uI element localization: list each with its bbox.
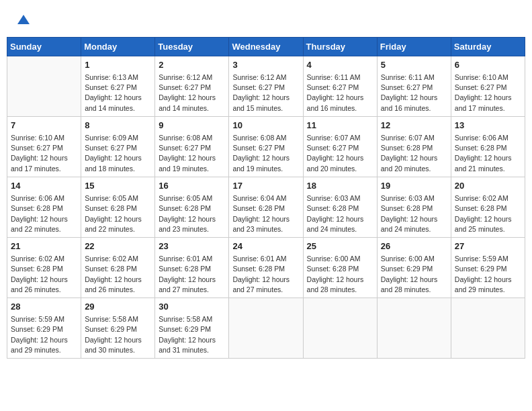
day-number: 1 (85, 59, 151, 71)
day-number: 25 (307, 240, 373, 253)
day-number: 27 (455, 240, 521, 253)
calendar-day-cell: 8Sunrise: 6:09 AMSunset: 6:27 PMDaylight… (81, 116, 155, 177)
day-of-week-header: Wednesday (229, 37, 303, 56)
day-number: 18 (307, 180, 373, 192)
calendar-day-cell: 24Sunrise: 6:01 AMSunset: 6:28 PMDayligh… (229, 237, 303, 298)
calendar-day-cell (451, 298, 525, 359)
calendar-day-cell: 19Sunrise: 6:03 AMSunset: 6:28 PMDayligh… (377, 177, 451, 237)
day-number: 28 (11, 301, 77, 313)
day-number: 11 (307, 120, 373, 132)
day-number: 17 (232, 180, 299, 192)
calendar-day-cell: 2Sunrise: 6:12 AMSunset: 6:27 PMDaylight… (155, 56, 229, 116)
day-number: 30 (159, 301, 225, 313)
day-info: Sunrise: 6:00 AMSunset: 6:28 PMDaylight:… (307, 254, 373, 295)
day-info: Sunrise: 6:03 AMSunset: 6:28 PMDaylight:… (381, 193, 447, 234)
day-info: Sunrise: 6:00 AMSunset: 6:29 PMDaylight:… (381, 254, 447, 295)
calendar-day-cell: 14Sunrise: 6:06 AMSunset: 6:28 PMDayligh… (7, 177, 81, 237)
day-of-week-header: Thursday (303, 37, 377, 56)
calendar-day-cell (377, 298, 451, 359)
calendar-day-cell: 30Sunrise: 5:58 AMSunset: 6:29 PMDayligh… (155, 298, 229, 359)
day-number: 10 (232, 120, 299, 132)
day-info: Sunrise: 6:09 AMSunset: 6:27 PMDaylight:… (85, 133, 151, 174)
day-info: Sunrise: 5:59 AMSunset: 6:29 PMDaylight:… (11, 314, 77, 355)
calendar-day-cell: 3Sunrise: 6:12 AMSunset: 6:27 PMDaylight… (229, 56, 303, 116)
day-info: Sunrise: 6:07 AMSunset: 6:27 PMDaylight:… (307, 133, 373, 174)
day-info: Sunrise: 6:13 AMSunset: 6:27 PMDaylight:… (85, 73, 151, 113)
day-info: Sunrise: 6:11 AMSunset: 6:27 PMDaylight:… (381, 73, 447, 113)
day-info: Sunrise: 6:07 AMSunset: 6:28 PMDaylight:… (381, 133, 447, 174)
day-info: Sunrise: 6:12 AMSunset: 6:27 PMDaylight:… (232, 73, 299, 113)
calendar-week-row: 14Sunrise: 6:06 AMSunset: 6:28 PMDayligh… (7, 177, 525, 237)
calendar-table: SundayMondayTuesdayWednesdayThursdayFrid… (7, 37, 525, 359)
calendar-day-cell: 22Sunrise: 6:02 AMSunset: 6:28 PMDayligh… (81, 237, 155, 298)
day-info: Sunrise: 6:10 AMSunset: 6:27 PMDaylight:… (11, 133, 77, 174)
day-number: 3 (232, 59, 299, 71)
day-of-week-header: Monday (81, 37, 155, 56)
svg-marker-0 (17, 15, 30, 24)
day-number: 24 (232, 240, 299, 253)
day-number: 15 (85, 180, 151, 192)
day-info: Sunrise: 6:08 AMSunset: 6:27 PMDaylight:… (159, 133, 225, 174)
calendar-day-cell: 17Sunrise: 6:04 AMSunset: 6:28 PMDayligh… (229, 177, 303, 237)
day-number: 13 (455, 120, 521, 132)
day-info: Sunrise: 5:58 AMSunset: 6:29 PMDaylight:… (85, 314, 151, 355)
calendar-day-cell: 9Sunrise: 6:08 AMSunset: 6:27 PMDaylight… (155, 116, 229, 177)
calendar-day-cell: 5Sunrise: 6:11 AMSunset: 6:27 PMDaylight… (377, 56, 451, 116)
day-info: Sunrise: 6:02 AMSunset: 6:28 PMDaylight:… (11, 254, 77, 295)
calendar-day-cell: 20Sunrise: 6:02 AMSunset: 6:28 PMDayligh… (451, 177, 525, 237)
calendar-day-cell: 27Sunrise: 5:59 AMSunset: 6:29 PMDayligh… (451, 237, 525, 298)
day-number: 14 (11, 180, 77, 192)
day-number: 9 (159, 120, 225, 132)
day-number: 21 (11, 240, 77, 253)
calendar-day-cell (303, 298, 377, 359)
calendar-day-cell: 25Sunrise: 6:00 AMSunset: 6:28 PMDayligh… (303, 237, 377, 298)
calendar-day-cell: 15Sunrise: 6:05 AMSunset: 6:28 PMDayligh… (81, 177, 155, 237)
day-info: Sunrise: 6:04 AMSunset: 6:28 PMDaylight:… (232, 193, 299, 234)
day-of-week-header: Saturday (451, 37, 525, 56)
day-number: 23 (159, 240, 225, 253)
day-info: Sunrise: 6:02 AMSunset: 6:28 PMDaylight:… (455, 193, 521, 234)
day-number: 6 (455, 59, 521, 71)
day-number: 22 (85, 240, 151, 253)
logo (15, 12, 31, 30)
calendar-day-cell: 10Sunrise: 6:08 AMSunset: 6:27 PMDayligh… (229, 116, 303, 177)
day-number: 29 (85, 301, 151, 313)
calendar-day-cell: 23Sunrise: 6:01 AMSunset: 6:28 PMDayligh… (155, 237, 229, 298)
logo-icon (16, 12, 31, 27)
day-number: 8 (85, 120, 151, 132)
calendar-day-cell: 1Sunrise: 6:13 AMSunset: 6:27 PMDaylight… (81, 56, 155, 116)
day-number: 5 (381, 59, 447, 71)
calendar-day-cell: 26Sunrise: 6:00 AMSunset: 6:29 PMDayligh… (377, 237, 451, 298)
calendar-day-cell: 16Sunrise: 6:05 AMSunset: 6:28 PMDayligh… (155, 177, 229, 237)
day-info: Sunrise: 6:02 AMSunset: 6:28 PMDaylight:… (85, 254, 151, 295)
day-number: 7 (11, 120, 77, 132)
calendar-day-cell (7, 56, 81, 116)
day-info: Sunrise: 6:10 AMSunset: 6:27 PMDaylight:… (455, 73, 521, 113)
day-of-week-header: Friday (377, 37, 451, 56)
day-info: Sunrise: 5:59 AMSunset: 6:29 PMDaylight:… (455, 254, 521, 295)
calendar-day-cell: 18Sunrise: 6:03 AMSunset: 6:28 PMDayligh… (303, 177, 377, 237)
calendar-week-row: 21Sunrise: 6:02 AMSunset: 6:28 PMDayligh… (7, 237, 525, 298)
calendar-header-row: SundayMondayTuesdayWednesdayThursdayFrid… (7, 37, 525, 56)
day-info: Sunrise: 6:06 AMSunset: 6:28 PMDaylight:… (11, 193, 77, 234)
day-of-week-header: Tuesday (155, 37, 229, 56)
day-number: 4 (307, 59, 373, 71)
day-number: 26 (381, 240, 447, 253)
day-number: 19 (381, 180, 447, 192)
day-info: Sunrise: 6:05 AMSunset: 6:28 PMDaylight:… (85, 193, 151, 234)
day-number: 16 (159, 180, 225, 192)
day-info: Sunrise: 6:08 AMSunset: 6:27 PMDaylight:… (232, 133, 299, 174)
day-number: 2 (159, 59, 225, 71)
calendar-week-row: 7Sunrise: 6:10 AMSunset: 6:27 PMDaylight… (7, 116, 525, 177)
calendar-day-cell: 12Sunrise: 6:07 AMSunset: 6:28 PMDayligh… (377, 116, 451, 177)
day-info: Sunrise: 6:03 AMSunset: 6:28 PMDaylight:… (307, 193, 373, 234)
day-info: Sunrise: 6:12 AMSunset: 6:27 PMDaylight:… (159, 73, 225, 113)
calendar-day-cell: 6Sunrise: 6:10 AMSunset: 6:27 PMDaylight… (451, 56, 525, 116)
day-info: Sunrise: 6:01 AMSunset: 6:28 PMDaylight:… (159, 254, 225, 295)
page-header (7, 7, 525, 33)
calendar-day-cell: 28Sunrise: 5:59 AMSunset: 6:29 PMDayligh… (7, 298, 81, 359)
day-number: 20 (455, 180, 521, 192)
calendar-day-cell: 21Sunrise: 6:02 AMSunset: 6:28 PMDayligh… (7, 237, 81, 298)
calendar-week-row: 28Sunrise: 5:59 AMSunset: 6:29 PMDayligh… (7, 298, 525, 359)
calendar-day-cell: 7Sunrise: 6:10 AMSunset: 6:27 PMDaylight… (7, 116, 81, 177)
